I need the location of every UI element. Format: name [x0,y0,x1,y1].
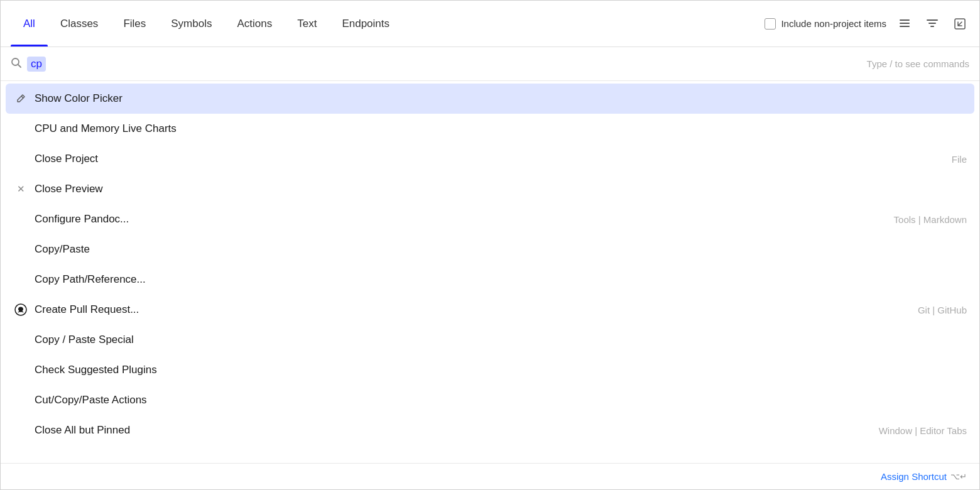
item-label-5: Configure Pandoc... [35,213,894,226]
tab-actions[interactable]: Actions [224,1,285,46]
item-label-9: Copy / Paste Special [35,334,967,346]
assign-shortcut-label: Assign Shortcut [881,471,947,482]
github-icon [13,302,28,317]
tab-symbols[interactable]: Symbols [158,1,224,46]
item-label-7: Copy Path/Reference... [35,273,967,286]
result-item-4[interactable]: ✕Close Preview [1,174,979,204]
svg-point-4 [12,58,19,65]
footer: Assign Shortcut ⌥↵ [1,463,979,489]
item-category-3: File [952,154,967,165]
item-label-2: CPU and Memory Live Charts [35,122,967,135]
item-label-8: Create Pull Request... [35,303,918,316]
tabs: All Classes Files Symbols Actions Text E… [11,1,402,46]
results-list: Show Color PickerCPU and Memory Live Cha… [1,81,979,463]
tab-bar: All Classes Files Symbols Actions Text E… [1,1,979,47]
pencil-icon [13,91,28,106]
result-item-7[interactable]: Copy Path/Reference... [1,264,979,295]
result-item-10[interactable]: Check Suggested Plugins [1,355,979,385]
item-label-10: Check Suggested Plugins [35,364,967,376]
item-category-12: Window | Editor Tabs [879,425,967,436]
result-item-8[interactable]: Create Pull Request...Git | GitHub [1,295,979,325]
result-item-3[interactable]: Close ProjectFile [1,144,979,174]
item-label-6: Copy/Paste [35,243,967,256]
search-query[interactable]: cp [27,57,46,72]
item-label-4: Close Preview [35,183,967,195]
result-item-12[interactable]: Close All but PinnedWindow | Editor Tabs [1,415,979,445]
shortcut-keys: ⌥↵ [950,472,967,481]
list-icon[interactable] [895,14,914,33]
item-label-1: Show Color Picker [35,92,967,105]
item-category-5: Tools | Markdown [894,214,967,225]
result-item-5[interactable]: Configure Pandoc...Tools | Markdown [1,204,979,234]
result-item-9[interactable]: Copy / Paste Special [1,325,979,355]
tab-files[interactable]: Files [111,1,158,46]
filter-icon[interactable] [923,14,942,33]
item-category-8: Git | GitHub [918,305,967,315]
item-label-3: Close Project [35,153,952,165]
result-item-1[interactable]: Show Color Picker [6,84,974,114]
result-item-11[interactable]: Cut/Copy/Paste Actions [1,385,979,415]
item-label-11: Cut/Copy/Paste Actions [35,394,967,406]
assign-shortcut-button[interactable]: Assign Shortcut ⌥↵ [881,471,967,482]
search-input-container: cp [27,57,867,72]
result-item-6[interactable]: Copy/Paste [1,234,979,264]
tab-right-controls: Include non-project items [765,14,969,33]
svg-rect-1 [900,23,910,24]
include-non-project-checkbox[interactable]: Include non-project items [765,18,886,30]
result-item-2[interactable]: CPU and Memory Live Charts [1,114,979,144]
search-icon [11,57,22,71]
close-icon: ✕ [13,182,28,197]
collapse-icon[interactable] [950,14,969,33]
tab-all[interactable]: All [11,1,48,46]
tab-endpoints[interactable]: Endpoints [329,1,402,46]
svg-rect-2 [900,26,910,27]
search-row: cp Type / to see commands [1,47,979,81]
svg-rect-0 [900,19,910,21]
tab-text[interactable]: Text [285,1,329,46]
item-label-12: Close All but Pinned [35,424,879,437]
checkbox-label-text: Include non-project items [781,18,886,29]
search-hint: Type / to see commands [867,58,969,69]
tab-classes[interactable]: Classes [48,1,111,46]
checkbox-box[interactable] [765,18,776,30]
search-dialog: All Classes Files Symbols Actions Text E… [0,0,980,490]
